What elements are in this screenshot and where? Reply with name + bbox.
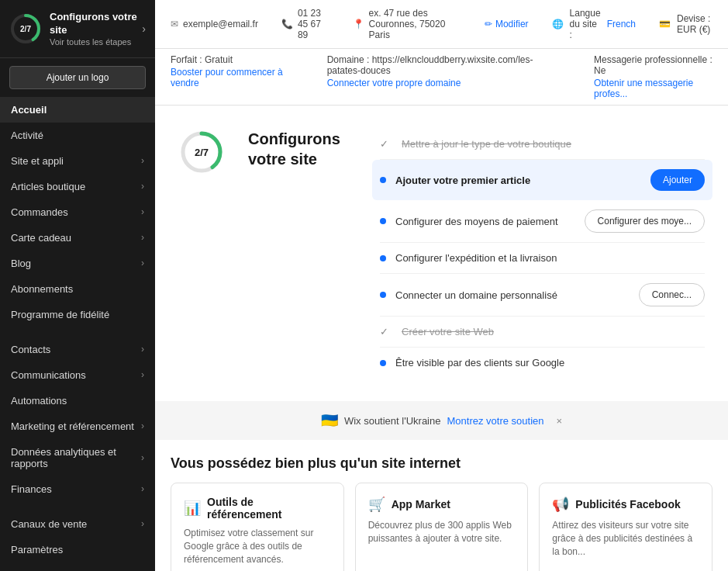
nav-parametres[interactable]: Paramètres: [0, 537, 155, 562]
step-boutique-text: Mettre à jour le type de votre boutique: [402, 138, 705, 150]
step-expedition: Configurer l'expédition et la livraison: [380, 243, 705, 274]
chevron-right-icon: ›: [141, 232, 144, 243]
nav-automations[interactable]: Automations: [0, 388, 155, 414]
nav-carte-cadeau[interactable]: Carte cadeau ›: [0, 225, 155, 251]
step-paiement: Configurer des moyens de paiement Config…: [380, 200, 705, 243]
card-app-market-header: 🛒 App Market: [368, 496, 516, 513]
nav-donnees[interactable]: Données analytiques et rapports ›: [0, 439, 155, 476]
app-market-icon: 🛒: [368, 496, 385, 513]
email-field: ✉ exemple@email.fr: [171, 19, 258, 29]
chevron-right-icon: ›: [141, 452, 144, 463]
step-domaine: Connecter un domaine personnalisé Connec…: [380, 274, 705, 317]
setup-panel: 2/7 Configurons votre site ✓ Mettre à jo…: [155, 106, 728, 401]
nav-blog[interactable]: Blog ›: [0, 251, 155, 276]
sidebar-progress-circle: 2/7: [9, 12, 42, 45]
currency-icon: 💳: [659, 19, 671, 29]
setup-title: Configurons votre site: [248, 129, 357, 169]
nav-applications[interactable]: Applications ›: [0, 562, 155, 571]
nav-fidelite[interactable]: Programme de fidélité: [0, 302, 155, 327]
nav-canaux[interactable]: Canaux de vente ›: [0, 511, 155, 537]
card-publicites-header: 📢 Publicités Facebook: [552, 496, 699, 513]
nav-communications[interactable]: Communications ›: [0, 362, 155, 388]
language-link[interactable]: French: [607, 19, 636, 29]
sidebar-header[interactable]: 2/7 Configurons votre site Voir toutes l…: [0, 0, 155, 58]
card-referencement[interactable]: 📊 Outils de référencement Optimisez votr…: [171, 483, 344, 571]
connect-domain-link[interactable]: Connecter votre propre domaine: [327, 78, 563, 88]
bullet-dot: [380, 292, 386, 298]
step-google-text: Être visible par des clients sur Google: [395, 357, 705, 369]
card-referencement-title: Outils de référencement: [207, 496, 331, 521]
forfait-info: Forfait : Gratuit Booster pour commencer…: [171, 54, 296, 99]
edit-button[interactable]: ✏ Modifier: [485, 19, 529, 29]
nav-activite[interactable]: Activité: [0, 123, 155, 148]
card-referencement-header: 📊 Outils de référencement: [184, 496, 331, 521]
add-logo-button[interactable]: Ajouter un logo: [9, 66, 146, 89]
step-site-text: Créer votre site Web: [402, 326, 705, 337]
sidebar-subtitle: Voir toutes les étapes: [50, 37, 142, 47]
setup-progress-circle: 2/7: [178, 129, 225, 175]
add-article-button[interactable]: Ajouter: [650, 169, 705, 191]
step-google: Être visible par des clients sur Google: [380, 348, 705, 378]
currency-field: 💳 Devise : EUR (€): [659, 13, 712, 35]
card-publicites[interactable]: 📢 Publicités Facebook Attirez des visite…: [539, 483, 712, 571]
bottom-section: Vous possédez bien plus qu'un site inter…: [155, 440, 728, 571]
boost-link[interactable]: Booster pour commencer à vendre: [171, 67, 296, 88]
sidebar: 2/7 Configurons votre site Voir toutes l…: [0, 0, 155, 571]
nav-abonnements[interactable]: Abonnements: [0, 276, 155, 302]
nav-finances[interactable]: Finances ›: [0, 476, 155, 502]
step-article-text: Ajouter votre premier article: [395, 175, 641, 186]
domain-info: Domaine : https://elknclouddberry.wixsit…: [327, 54, 563, 99]
setup-steps: ✓ Mettre à jour le type de votre boutiqu…: [380, 129, 705, 378]
nav-articles[interactable]: Articles boutique ›: [0, 174, 155, 199]
edit-icon: ✏: [485, 19, 492, 29]
chevron-right-icon: ›: [141, 518, 144, 529]
card-app-market-desc: Découvrez plus de 300 applis Web puissan…: [368, 519, 516, 545]
phone-icon: 📞: [281, 19, 293, 29]
ukraine-text: Wix soutient l'Ukraine: [344, 415, 441, 427]
card-app-market-title: App Market: [392, 498, 450, 510]
step-paiement-text: Configurer des moyens de paiement: [395, 216, 575, 227]
obtain-messagerie-link[interactable]: Obtenir une messagerie profes...: [594, 78, 712, 99]
sidebar-header-text: Configurons votre site Voir toutes les é…: [50, 11, 142, 47]
language-field: 🌐 Langue du site : French: [552, 8, 636, 40]
email-icon: ✉: [171, 19, 178, 29]
connect-domain-button[interactable]: Connec...: [639, 283, 705, 306]
chevron-right-icon: ›: [141, 344, 144, 355]
globe-icon: 🌐: [552, 19, 564, 29]
nav-accueil[interactable]: Accueil: [0, 97, 155, 123]
ukraine-flag-icon: 🇺🇦: [321, 412, 338, 429]
step-boutique: ✓ Mettre à jour le type de votre boutiqu…: [380, 129, 705, 160]
bullet-dot: [380, 360, 386, 366]
phone-field: 📞 01 23 45 67 89: [281, 8, 329, 40]
sidebar-expand-icon[interactable]: ›: [142, 22, 146, 35]
check-icon: ✓: [380, 326, 392, 337]
setup-title-block: Configurons votre site: [248, 129, 357, 169]
step-site: ✓ Créer votre site Web: [380, 317, 705, 348]
check-icon: ✓: [380, 138, 392, 150]
configure-payment-button[interactable]: Configurer des moye...: [585, 209, 705, 233]
chevron-right-icon: ›: [141, 206, 144, 217]
nav-commandes[interactable]: Commandes ›: [0, 199, 155, 225]
sidebar-title: Configurons votre site: [50, 11, 142, 37]
card-referencement-desc: Optimisez votre classement sur Google gr…: [184, 527, 331, 566]
card-publicites-title: Publicités Facebook: [575, 498, 680, 510]
nav-site-appli[interactable]: Site et appli ›: [0, 148, 155, 174]
nav-marketing[interactable]: Marketing et référencement ›: [0, 414, 155, 439]
active-dot: [380, 177, 386, 183]
publicites-icon: 📢: [552, 496, 569, 513]
chevron-right-icon: ›: [141, 181, 144, 192]
chevron-right-icon: ›: [141, 420, 144, 431]
ukraine-link[interactable]: Montrez votre soutien: [447, 415, 543, 427]
chevron-right-icon: ›: [141, 155, 144, 166]
bullet-dot: [380, 218, 386, 224]
ukraine-close-icon[interactable]: ×: [557, 415, 563, 427]
address-field: 📍 ex. 47 rue des Couronnes, 75020 Paris: [353, 8, 461, 40]
svg-text:2/7: 2/7: [195, 147, 209, 158]
nav-contacts[interactable]: Contacts ›: [0, 337, 155, 362]
step-domaine-text: Connecter un domaine personnalisé: [395, 289, 630, 301]
cards-row: 📊 Outils de référencement Optimisez votr…: [155, 483, 728, 571]
main-content: ✉ exemple@email.fr 📞 01 23 45 67 89 📍 ex…: [155, 0, 728, 571]
section-title: Vous possédez bien plus qu'un site inter…: [155, 440, 728, 483]
ukraine-banner: 🇺🇦 Wix soutient l'Ukraine Montrez votre …: [155, 401, 728, 440]
card-app-market[interactable]: 🛒 App Market Découvrez plus de 300 appli…: [355, 483, 529, 571]
